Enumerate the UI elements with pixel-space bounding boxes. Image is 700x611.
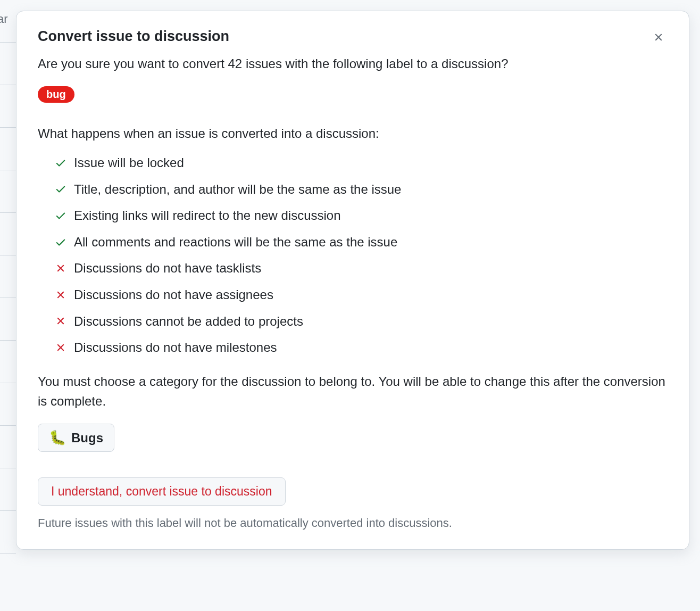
x-icon [55, 289, 66, 301]
effect-text: Discussions do not have assignees [74, 286, 273, 304]
effect-item: Discussions do not have assignees [55, 286, 668, 304]
dialog-title: Convert issue to discussion [38, 28, 229, 45]
footer-note: Future issues with this label will not b… [38, 516, 668, 530]
caterpillar-icon: 🐛 [49, 430, 66, 446]
effect-text: Discussions do not have tasklists [74, 259, 261, 277]
category-instruction: You must choose a category for the discu… [38, 371, 668, 411]
effect-item: Discussions cannot be added to projects [55, 312, 668, 331]
background-text-fragment: ar [0, 12, 8, 26]
what-happens-heading: What happens when an issue is converted … [38, 126, 668, 141]
effect-text: Discussions cannot be added to projects [74, 312, 303, 331]
effect-item: Title, description, and author will be t… [55, 180, 668, 199]
effect-item: Discussions do not have tasklists [55, 259, 668, 277]
check-icon [55, 236, 66, 248]
effect-item: Existing links will redirect to the new … [55, 207, 668, 225]
effect-item: Issue will be locked [55, 154, 668, 172]
effect-text: All comments and reactions will be the s… [74, 233, 397, 251]
effects-list: Issue will be lockedTitle, description, … [38, 154, 668, 357]
x-icon [55, 262, 66, 274]
background-rows: ar [0, 0, 16, 611]
label-badge: bug [38, 86, 74, 103]
effect-item: All comments and reactions will be the s… [55, 233, 668, 251]
effect-item: Discussions do not have milestones [55, 338, 668, 357]
check-icon [55, 183, 66, 195]
convert-issue-dialog: Convert issue to discussion Are you sure… [16, 11, 689, 550]
dialog-header: Convert issue to discussion [38, 28, 668, 54]
confirm-convert-button[interactable]: I understand, convert issue to discussio… [38, 477, 286, 506]
x-icon [55, 315, 66, 327]
close-button[interactable] [649, 28, 668, 48]
check-icon [55, 157, 66, 169]
effect-text: Issue will be locked [74, 154, 184, 172]
close-icon [653, 31, 664, 45]
check-icon [55, 210, 66, 221]
x-icon [55, 342, 66, 353]
category-label: Bugs [71, 431, 103, 445]
effect-text: Existing links will redirect to the new … [74, 207, 341, 225]
confirm-text: Are you sure you want to convert 42 issu… [38, 54, 668, 73]
effect-text: Discussions do not have milestones [74, 338, 277, 357]
effect-text: Title, description, and author will be t… [74, 180, 401, 199]
category-select-button[interactable]: 🐛 Bugs [38, 424, 114, 452]
